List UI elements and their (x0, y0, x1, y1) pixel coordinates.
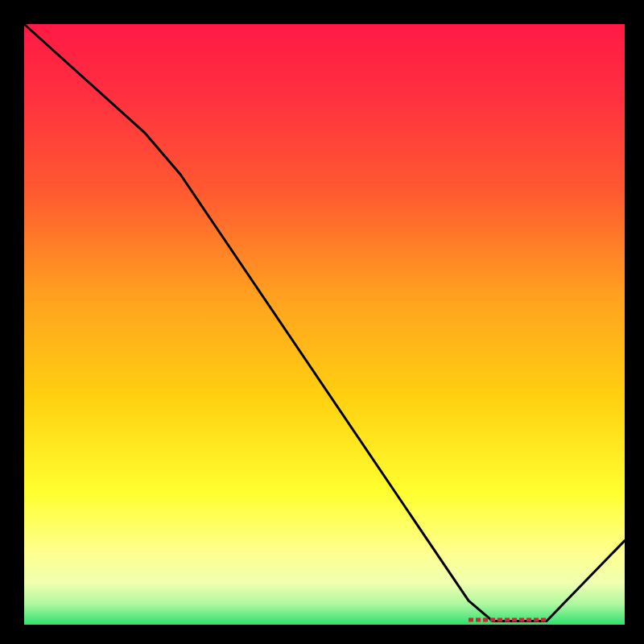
chart-svg (0, 0, 644, 644)
plot-area (24, 24, 625, 625)
chart-container: TheBottleneck.com (0, 0, 644, 644)
